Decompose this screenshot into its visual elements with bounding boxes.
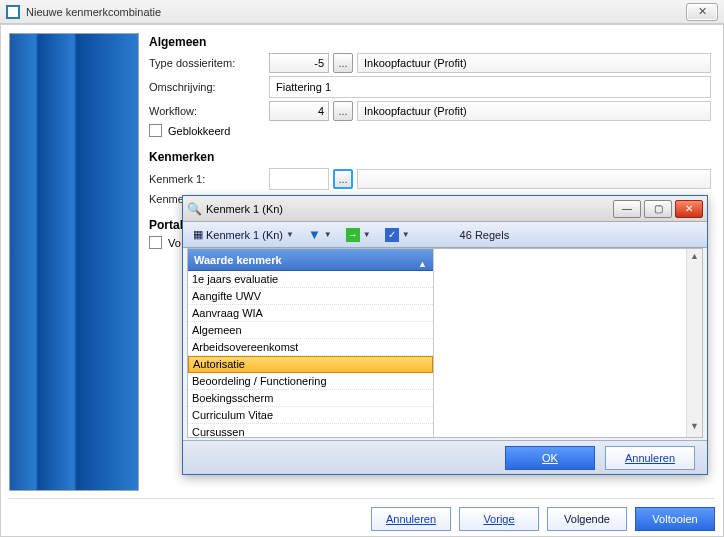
popup-maximize-button[interactable]: ▢ (644, 200, 672, 218)
funnel-icon: ▼ (308, 227, 321, 242)
wizard-prev-button[interactable]: Vorige (459, 507, 539, 531)
section-algemeen-title: Algemeen (149, 35, 711, 49)
row-geblokkeerd: Geblokkeerd (149, 124, 711, 137)
table-icon: ▦ (193, 228, 203, 241)
wizard-button-bar: Annuleren Vorige Volgende Voltooien (9, 498, 715, 528)
wizard-cancel-button[interactable]: Annuleren (371, 507, 451, 531)
label-portal-vo: Vo (168, 237, 181, 249)
popup-toolbar: ▦ Kenmerk 1 (Kn) ▼ ▼ ▼ → ▼ ✓ ▼ 46 Regels (183, 222, 707, 248)
list-column: Waarde kenmerk ▲ 1e jaars evaluatieAangi… (188, 249, 434, 437)
lookup-popup: 🔍 Kenmerk 1 (Kn) — ▢ ✕ ▦ Kenmerk 1 (Kn) … (182, 195, 708, 475)
window-titlebar: Nieuwe kenmerkcombinatie ✕ (0, 0, 724, 24)
popup-footer: OK Annuleren (183, 440, 707, 474)
column-header-text: Waarde kenmerk (194, 254, 282, 266)
popup-body: Waarde kenmerk ▲ 1e jaars evaluatieAangi… (187, 248, 703, 438)
list-item[interactable]: Arbeidsovereenkomst (188, 339, 433, 356)
list-item[interactable]: Curriculum Vitae (188, 407, 433, 424)
list-item[interactable]: Beoordeling / Functionering (188, 373, 433, 390)
popup-minimize-button[interactable]: — (613, 200, 641, 218)
popup-close-button[interactable]: ✕ (675, 200, 703, 218)
scroll-down-icon[interactable]: ▼ (688, 421, 702, 435)
arrow-right-icon: → (346, 228, 360, 242)
toolbar-view-selector[interactable]: ▦ Kenmerk 1 (Kn) ▼ (189, 225, 298, 245)
browse-type-button[interactable]: ... (333, 53, 353, 73)
browse-workflow-button[interactable]: ... (333, 101, 353, 121)
binoculars-icon: 🔍 (187, 202, 202, 216)
checkbox-geblokkeerd[interactable] (149, 124, 162, 137)
label-type: Type dossieritem: (149, 57, 269, 69)
label-kenmerk1: Kenmerk 1: (149, 173, 269, 185)
display-kenmerk1-desc (357, 169, 711, 189)
window-title: Nieuwe kenmerkcombinatie (26, 6, 161, 18)
toolbar-export-button[interactable]: → ▼ (342, 225, 375, 245)
chevron-down-icon: ▼ (402, 230, 410, 239)
checkbox-portal-vo[interactable] (149, 236, 162, 249)
wizard-side-panel (9, 33, 139, 491)
browse-kenmerk1-button[interactable]: ... (333, 169, 353, 189)
detail-pane: ▲ ▼ (434, 249, 702, 437)
toolbar-check-button[interactable]: ✓ ▼ (381, 225, 414, 245)
list-item[interactable]: Boekingsscherm (188, 390, 433, 407)
list-item[interactable]: Autorisatie (188, 356, 433, 373)
popup-ok-button[interactable]: OK (505, 446, 595, 470)
toolbar-filter-button[interactable]: ▼ ▼ (304, 225, 336, 245)
popup-title: Kenmerk 1 (Kn) (206, 203, 283, 215)
row-workflow: Workflow: 4 ... Inkoopfactuur (Profit) (149, 101, 711, 121)
list-item[interactable]: Algemeen (188, 322, 433, 339)
label-geblokkeerd: Geblokkeerd (168, 125, 230, 137)
input-omschrijving[interactable]: Fiattering 1 (269, 76, 711, 98)
chevron-down-icon: ▼ (363, 230, 371, 239)
list-items: 1e jaars evaluatieAangifte UWVAanvraag W… (188, 271, 433, 437)
wizard-finish-button[interactable]: Voltooien (635, 507, 715, 531)
display-type-desc: Inkoopfactuur (Profit) (357, 53, 711, 73)
row-kenmerk1: Kenmerk 1: ... (149, 168, 711, 190)
input-type-value[interactable]: -5 (269, 53, 329, 73)
label-omschrijving: Omschrijving: (149, 81, 269, 93)
input-kenmerk1[interactable] (269, 168, 329, 190)
toolbar-view-label: Kenmerk 1 (Kn) (206, 229, 283, 241)
input-workflow-value[interactable]: 4 (269, 101, 329, 121)
row-type-dossieritem: Type dossieritem: -5 ... Inkoopfactuur (… (149, 53, 711, 73)
display-workflow-desc: Inkoopfactuur (Profit) (357, 101, 711, 121)
section-kenmerken-title: Kenmerken (149, 150, 711, 164)
list-item[interactable]: Aangifte UWV (188, 288, 433, 305)
row-count-label: 46 Regels (460, 229, 510, 241)
chevron-down-icon: ▼ (286, 230, 294, 239)
check-icon: ✓ (385, 228, 399, 242)
list-item[interactable]: Aanvraag WIA (188, 305, 433, 322)
wizard-next-button[interactable]: Volgende (547, 507, 627, 531)
chevron-down-icon: ▼ (324, 230, 332, 239)
scroll-up-icon[interactable]: ▲ (688, 251, 702, 265)
sort-asc-icon: ▲ (418, 253, 427, 275)
popup-titlebar: 🔍 Kenmerk 1 (Kn) — ▢ ✕ (183, 196, 707, 222)
popup-cancel-button[interactable]: Annuleren (605, 446, 695, 470)
scrollbar[interactable]: ▲ ▼ (686, 249, 702, 437)
label-workflow: Workflow: (149, 105, 269, 117)
app-icon (6, 5, 20, 19)
window-close-button[interactable]: ✕ (686, 3, 718, 21)
list-item[interactable]: 1e jaars evaluatie (188, 271, 433, 288)
row-omschrijving: Omschrijving: Fiattering 1 (149, 76, 711, 98)
list-item[interactable]: Cursussen (188, 424, 433, 437)
column-header-waarde[interactable]: Waarde kenmerk ▲ (188, 249, 433, 271)
